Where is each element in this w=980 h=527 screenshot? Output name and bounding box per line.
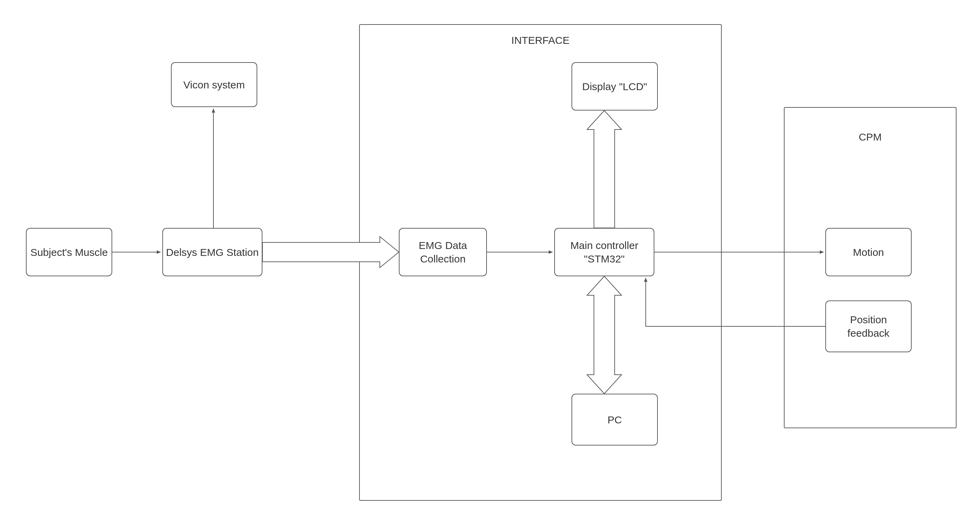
node-display-lcd: Display "LCD" [571,62,658,110]
container-interface-title: INTERFACE [511,35,570,46]
node-motion: Motion [825,228,912,276]
node-emg-collection: EMG Data Collection [399,228,487,276]
node-pc-label: PC [608,413,622,427]
container-cpm-title: CPM [856,131,884,143]
node-delsys: Delsys EMG Station [162,228,262,276]
node-delsys-label: Delsys EMG Station [166,245,259,259]
node-position-feedback-label: Position feedback [829,313,908,340]
node-vicon-label: Vicon system [183,78,245,92]
node-emg-collection-label: EMG Data Collection [402,239,484,266]
node-subject-muscle-label: Subject's Muscle [30,245,108,259]
node-main-controller: Main controller "STM32" [554,228,654,276]
edge-label-analogue: Analogue [286,246,333,258]
node-main-controller-label: Main controller "STM32" [558,239,651,266]
node-display-lcd-label: Display "LCD" [582,80,647,93]
node-subject-muscle: Subject's Muscle [26,228,112,276]
node-vicon: Vicon system [171,62,257,107]
node-motion-label: Motion [853,245,884,259]
node-position-feedback: Position feedback [825,301,912,352]
node-pc: PC [571,394,658,446]
diagram-canvas: INTERFACE CPM Subject's Muscle Delsys EM… [0,0,980,527]
